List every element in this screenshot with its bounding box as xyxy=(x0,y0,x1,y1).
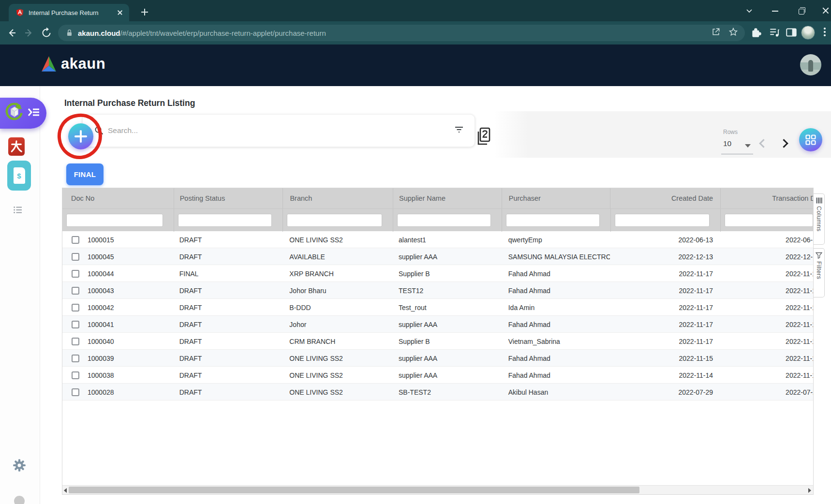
row-checkbox[interactable] xyxy=(72,253,79,261)
scroll-right-arrow-icon[interactable] xyxy=(808,488,811,493)
scroll-left-arrow-icon[interactable] xyxy=(64,488,67,493)
support-person-icon[interactable] xyxy=(14,496,25,504)
cell-purchaser: Fahad Ahmad xyxy=(502,350,610,367)
table-row[interactable]: 1000039DRAFTONE LIVING SS2supplier AAAFa… xyxy=(62,350,813,367)
sidebar-item-billing-app[interactable]: $ xyxy=(7,161,31,191)
horizontal-scrollbar[interactable] xyxy=(62,485,813,494)
filter-input-posting-status[interactable] xyxy=(178,214,272,227)
purchase-return-table: Doc No Posting Status Branch Supplier Na… xyxy=(62,188,814,495)
filter-list-icon[interactable] xyxy=(454,126,464,135)
akaun-logo[interactable]: akaun xyxy=(41,55,105,73)
table-row[interactable]: 1000040DRAFTCRM BRANCHSupplier BVietnam_… xyxy=(62,333,813,350)
cell-supplier-name: supplier AAA xyxy=(393,367,502,384)
forward-icon[interactable] xyxy=(22,26,36,40)
row-checkbox[interactable] xyxy=(72,371,79,379)
akaun-triangle-icon xyxy=(41,56,57,72)
filter-input-branch[interactable] xyxy=(287,214,382,227)
side-panel-icon[interactable] xyxy=(785,26,799,40)
cell-posting-status: DRAFT xyxy=(174,316,283,333)
settings-gear-icon[interactable] xyxy=(13,459,26,474)
filter-input-doc-no[interactable] xyxy=(66,214,163,227)
extensions-puzzle-icon[interactable] xyxy=(750,26,764,40)
duplicate-pages-icon[interactable] xyxy=(476,127,491,146)
table-row[interactable]: 1000043DRAFTJohor BharuTEST12Fahad Ahmad… xyxy=(62,282,813,299)
doc-no-text: 1000038 xyxy=(88,371,114,379)
cell-doc-no: 1000043 xyxy=(62,282,174,299)
doc-no-text: 1000044 xyxy=(88,270,114,278)
sidebar-item-purchase-return-applet[interactable] xyxy=(0,98,46,129)
tab-filters[interactable]: Filters xyxy=(814,248,825,297)
column-header-doc-no[interactable]: Doc No xyxy=(62,188,174,208)
column-header-branch[interactable]: Branch xyxy=(282,188,393,208)
share-icon[interactable] xyxy=(711,27,721,39)
column-header-purchaser[interactable]: Purchaser xyxy=(502,188,610,208)
rows-per-page-select[interactable]: 10 xyxy=(723,139,731,148)
cell-doc-no: 1000045 xyxy=(62,248,174,265)
user-avatar[interactable] xyxy=(800,54,821,75)
window-restore-button[interactable] xyxy=(796,5,808,16)
row-checkbox[interactable] xyxy=(72,338,79,345)
row-checkbox[interactable] xyxy=(72,270,79,278)
create-new-button[interactable] xyxy=(68,123,93,149)
table-row[interactable]: 1000041DRAFTJohorsupplier AAAFahad Ahmad… xyxy=(62,316,813,333)
table-row[interactable]: 1000015DRAFTONE LIVING SS2alantest1qwert… xyxy=(62,231,813,248)
row-checkbox[interactable] xyxy=(72,236,79,244)
new-tab-button[interactable] xyxy=(138,6,151,18)
search-input[interactable] xyxy=(108,126,454,135)
rows-caret-icon[interactable] xyxy=(745,144,751,148)
table-row[interactable]: 1000038DRAFTONE LIVING SS2supplier AAAFa… xyxy=(62,367,813,384)
cell-created-date: 2022-11-17 xyxy=(610,316,720,333)
reload-icon[interactable] xyxy=(40,26,53,40)
cell-supplier-name: alantest1 xyxy=(393,231,502,248)
reading-list-icon[interactable] xyxy=(768,26,782,40)
cell-transaction-date: 2022-07-29 xyxy=(720,384,813,400)
window-minimize-button[interactable] xyxy=(769,5,782,16)
browser-menu-icon[interactable] xyxy=(823,28,826,38)
cell-supplier-name: supplier AAA xyxy=(393,316,502,333)
final-filter-button[interactable]: FINAL xyxy=(66,163,104,185)
sidebar-item-list[interactable] xyxy=(14,206,22,216)
filter-input-purchaser[interactable] xyxy=(506,214,600,227)
cell-branch: AVAILABLE xyxy=(282,248,393,265)
browser-profile-avatar[interactable] xyxy=(801,26,815,40)
column-header-supplier-name[interactable]: Supplier Name xyxy=(393,188,502,208)
tab-search-chevron-icon[interactable] xyxy=(743,5,756,16)
cell-created-date: 2022-11-14 xyxy=(610,367,720,384)
scrollbar-thumb[interactable] xyxy=(69,487,639,493)
tab-close-icon[interactable] xyxy=(116,8,124,17)
cell-purchaser: Akibul Hasan xyxy=(502,384,610,400)
table-row[interactable]: 1000042DRAFTB-DDDTest_routIda Amin2022-1… xyxy=(62,299,813,316)
back-icon[interactable] xyxy=(5,26,18,40)
table-row[interactable]: 1000044FINALXRP BRANCHSupplier BFahad Ah… xyxy=(62,265,813,282)
table-row[interactable]: 1000028DRAFTONE LIVING SS2SB-TEST2Akibul… xyxy=(62,384,813,400)
row-checkbox[interactable] xyxy=(72,287,79,295)
bookmark-star-icon[interactable] xyxy=(728,27,738,39)
row-checkbox[interactable] xyxy=(72,388,79,396)
table-row[interactable]: 1000045DRAFTAVAILABLEsupplier AAASAMSUNG… xyxy=(62,248,813,265)
row-checkbox[interactable] xyxy=(72,321,79,328)
cell-transaction-date: 2022-12-13 xyxy=(720,248,813,265)
column-header-transaction-date[interactable]: Transaction Date xyxy=(720,188,813,208)
window-close-button[interactable] xyxy=(819,5,831,16)
browser-tab[interactable]: Internal Purchase Return xyxy=(9,4,129,21)
row-checkbox[interactable] xyxy=(72,304,79,311)
address-bar[interactable]: akaun.cloud/#/applet/tnt/wavelet/erp/pur… xyxy=(58,25,745,41)
search-icon xyxy=(94,126,104,135)
filter-input-supplier-name[interactable] xyxy=(397,214,491,227)
cell-doc-no: 1000041 xyxy=(62,316,174,333)
filter-input-created-date[interactable] xyxy=(615,214,710,227)
grid-icon xyxy=(805,134,816,146)
row-checkbox[interactable] xyxy=(72,355,79,362)
grid-view-button[interactable] xyxy=(799,128,822,151)
doc-no-text: 1000042 xyxy=(88,304,114,311)
column-header-created-date[interactable]: Created Date xyxy=(610,188,720,208)
cell-doc-no: 1000028 xyxy=(62,384,174,400)
cell-posting-status: FINAL xyxy=(174,265,283,282)
filter-input-transaction-date[interactable] xyxy=(725,214,813,227)
column-header-posting-status[interactable]: Posting Status xyxy=(174,188,283,208)
cell-created-date: 2022-11-17 xyxy=(610,333,720,350)
sidebar-item-cjk-app[interactable] xyxy=(8,137,25,156)
columns-icon xyxy=(816,197,822,204)
tab-columns[interactable]: Columns xyxy=(814,193,825,245)
columns-tab-label: Columns xyxy=(816,206,822,232)
